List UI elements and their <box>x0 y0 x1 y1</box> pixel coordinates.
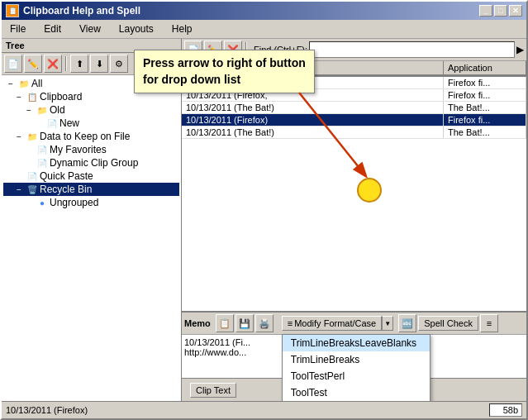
list-row[interactable]: 10/13/2011 (The Bat!) The Bat!... <box>182 102 526 114</box>
list-row-active[interactable]: 10/13/2011 (Firefox) Firefox fi... <box>182 114 526 126</box>
tree-item-label: New <box>59 117 79 129</box>
clipboard-icon: 📋 <box>26 91 38 103</box>
doc-icon: 📄 <box>36 157 48 169</box>
memo-settings-button[interactable]: ≡ <box>480 314 498 332</box>
tree-item-quickpaste[interactable]: 📄 Quick Paste <box>3 169 179 183</box>
modify-format-dropdown-arrow[interactable]: ▼ <box>382 316 393 331</box>
modify-format-icon: ≡ <box>288 318 293 328</box>
window-title: Clipboard Help and Spell <box>23 5 475 17</box>
spacer-icon <box>23 157 35 169</box>
menu-edit[interactable]: Edit <box>39 21 66 36</box>
memo-print-button[interactable]: 🖨️ <box>255 314 274 332</box>
tree-item-label: My Favorites <box>50 144 107 155</box>
list-row[interactable]: 10/13/2011 (The Bat!) The Bat!... <box>182 126 526 139</box>
dropdown-item[interactable]: ToolTest <box>283 384 430 401</box>
status-bar: 10/13/2011 (Firefox) 58b <box>2 401 526 418</box>
tree-area: − 📁 All − 📋 Clipboard − 📁 Old 📄 <box>2 75 181 401</box>
spacer-icon <box>13 170 25 182</box>
dropdown-menu: TrimLineBreaksLeaveBlanks TrimLineBreaks… <box>282 334 430 401</box>
highlight-circle <box>357 178 382 203</box>
col-app: Application <box>444 61 526 76</box>
expand-icon: − <box>13 131 25 142</box>
cell-app: Firefox fi... <box>444 77 526 88</box>
maximize-button[interactable]: □ <box>494 5 507 17</box>
folder-icon: 📁 <box>18 78 30 89</box>
tree-item-recycle[interactable]: − 🗑️ Recycle Bin <box>3 183 179 196</box>
memo-label: Memo <box>184 318 211 328</box>
scrollbar-right[interactable]: ▶ <box>516 44 524 55</box>
tree-item-datafile[interactable]: − 📁 Data to Keep on File <box>3 130 179 143</box>
modify-format-container: ≡ Modify Format/Case ▼ TrimLineBreaksLea… <box>282 316 393 331</box>
dropdown-item[interactable]: TrimLineBreaksLeaveBlanks <box>283 335 430 351</box>
expand-icon: − <box>13 184 25 195</box>
doc-icon: 📄 <box>36 144 48 155</box>
menu-file[interactable]: File <box>5 21 31 36</box>
recycle-icon: 🗑️ <box>26 184 38 195</box>
expand-icon: − <box>13 91 25 103</box>
window-controls: _ □ ✕ <box>479 5 522 17</box>
dropdown-item[interactable]: ToolTestPerl <box>283 368 430 384</box>
edit-button[interactable]: ✏️ <box>24 55 42 73</box>
spacer-icon <box>23 197 35 208</box>
expand-icon: − <box>5 78 17 89</box>
memo-save-button[interactable]: 💾 <box>235 314 254 332</box>
tree-item-label: Dynamic Clip Group <box>50 157 138 169</box>
cell-date: 10/13/2011 (The Bat!) <box>182 102 444 113</box>
tree-item-ungrouped[interactable]: ● Ungrouped <box>3 196 179 209</box>
move-down-button[interactable]: ⬇ <box>90 55 108 73</box>
new-item-button[interactable]: 📄 <box>4 55 22 73</box>
cell-app: Firefox fi... <box>444 89 526 101</box>
cell-app: The Bat!... <box>444 126 526 138</box>
memo-area: Memo 📋 💾 🖨️ ≡ Modify Format/Case ▼ <box>182 312 526 378</box>
close-button[interactable]: ✕ <box>509 5 522 17</box>
spell-check-label: Spell Check <box>424 318 473 328</box>
title-bar: 📋 Clipboard Help and Spell _ □ ✕ <box>2 2 526 20</box>
status-text: 10/13/2011 (Firefox) <box>6 405 88 415</box>
app-icon: 📋 <box>6 4 19 17</box>
tree-item-label: Clipboard <box>40 91 82 103</box>
circle-icon: ● <box>36 197 48 208</box>
spell-check-icon[interactable]: 🔤 <box>398 314 416 332</box>
list-area: Date/Info Application 10/13/2011 (Firefo… <box>182 61 526 312</box>
minimize-button[interactable]: _ <box>479 5 492 17</box>
expand-icon: − <box>23 104 35 116</box>
modify-format-label: Modify Format/Case <box>294 318 376 328</box>
doc-icon: 📄 <box>26 170 38 182</box>
dropdown-item[interactable]: TrimLineBreaks <box>283 351 430 368</box>
main-window: 📋 Clipboard Help and Spell _ □ ✕ File Ed… <box>0 0 528 420</box>
doc-icon: 📄 <box>46 117 58 129</box>
tree-item-label: Data to Keep on File <box>40 131 130 142</box>
cell-app: The Bat!... <box>444 102 526 113</box>
tree-item-favorites[interactable]: 📄 My Favorites <box>3 143 179 156</box>
folder-icon: 📁 <box>36 104 48 116</box>
delete-button[interactable]: ❌ <box>44 55 62 73</box>
modify-format-button[interactable]: ≡ Modify Format/Case <box>282 316 382 331</box>
tree-item-label: Ungrouped <box>50 197 98 208</box>
tree-item-old[interactable]: − 📁 Old <box>3 103 179 117</box>
memo-toolbar: Memo 📋 💾 🖨️ ≡ Modify Format/Case ▼ <box>182 312 526 335</box>
menu-layouts[interactable]: Layouts <box>114 21 159 36</box>
folder-icon: 📁 <box>26 131 38 142</box>
menu-help[interactable]: Help <box>167 21 197 36</box>
tree-item-label: Recycle Bin <box>40 184 92 195</box>
menu-bar: File Edit View Layouts Help <box>2 20 526 39</box>
properties-button[interactable]: ⚙ <box>110 55 128 73</box>
tree-item-dynclip[interactable]: 📄 Dynamic Clip Group <box>3 156 179 169</box>
search-input[interactable] <box>309 41 515 58</box>
separator-1 <box>65 56 67 71</box>
tree-item-label: Old <box>50 104 65 116</box>
clip-text-button[interactable]: Clip Text <box>190 383 236 398</box>
cell-app: Firefox fi... <box>444 114 526 126</box>
move-up-button[interactable]: ⬆ <box>70 55 88 73</box>
cell-date: 10/13/2011 (Firefox) <box>182 114 444 126</box>
menu-view[interactable]: View <box>74 21 106 36</box>
tree-item-label: Quick Paste <box>40 170 93 182</box>
tree-item-label: All <box>31 78 42 89</box>
spacer-icon <box>33 117 45 129</box>
file-size: 58b <box>489 403 522 417</box>
spell-check-button[interactable]: Spell Check <box>418 316 478 331</box>
tree-item-new[interactable]: 📄 New <box>3 117 179 130</box>
memo-copy-button[interactable]: 📋 <box>216 314 234 332</box>
cell-date: 10/13/2011 (The Bat!) <box>182 126 444 138</box>
tooltip: Press arrow to right of button for drop … <box>134 50 315 93</box>
